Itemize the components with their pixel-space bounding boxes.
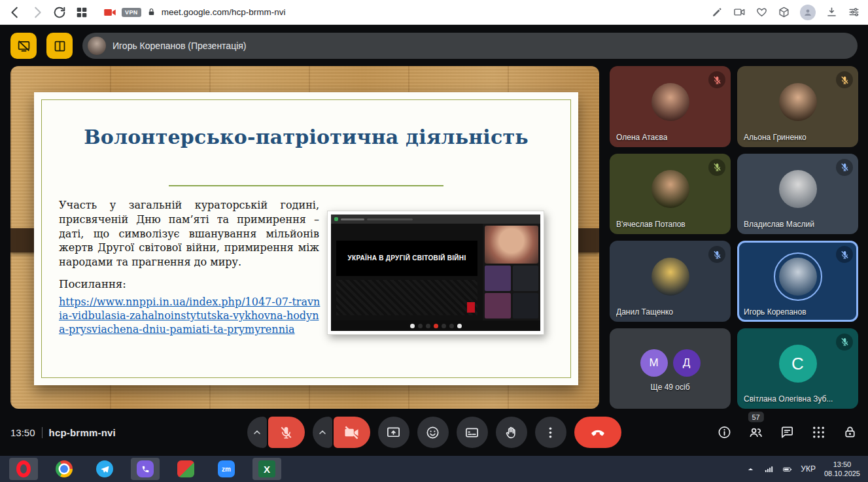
easy-setup-icon[interactable] [848, 6, 860, 18]
mic-off-icon [708, 71, 725, 88]
reload-icon[interactable] [52, 5, 67, 20]
embed-sidebar [483, 224, 540, 320]
browser-nav [8, 5, 89, 20]
end-call-button[interactable] [574, 417, 621, 448]
taskbar-zoom-icon[interactable]: zm [212, 458, 241, 480]
raise-hand-button[interactable] [496, 417, 527, 448]
embed-control-dot [418, 324, 423, 328]
slide-link-label: Посилання: [59, 278, 126, 290]
url-text[interactable]: meet.google.com/hcp-brmm-nvi [162, 7, 286, 17]
camera-off-button[interactable] [334, 417, 370, 448]
slide-body-text: Участь у загальній кураторській годині, … [59, 198, 319, 269]
mic-control [247, 417, 305, 448]
presentation-stage[interactable]: Волонтерсько-патріотична діяльність Учас… [10, 66, 599, 409]
participants-grid: Олена Атаєва Альона Гриненко В'ячеслав П… [610, 66, 858, 409]
back-icon[interactable] [8, 5, 22, 20]
tray-expand-icon[interactable] [746, 464, 755, 474]
participant-tile-active-speaker[interactable]: Игорь Корепанов [737, 241, 858, 322]
participant-tile[interactable]: Олена Атаєва [610, 66, 731, 147]
meet-control-bar: 13:50 hcp-brmm-nvi [0, 409, 868, 456]
taskbar: zm X УКР 13:50 08.10.2025 [0, 456, 868, 482]
language-indicator[interactable]: УКР [801, 464, 816, 473]
viber-phone-icon [141, 464, 150, 474]
participant-tile[interactable]: С Світлана Олегівна Зуб... [737, 328, 858, 409]
excel-logo: X [258, 460, 275, 477]
participant-tile[interactable]: В'ячеслав Потапов [610, 154, 731, 235]
avatar [651, 258, 689, 296]
app-logo [177, 460, 194, 477]
participant-overflow-tile[interactable]: М Д Ще 49 осіб [610, 328, 731, 409]
embed-tab-dot [334, 217, 338, 221]
participant-name: Владислав Маслий [744, 220, 814, 229]
camera-off-warning-button[interactable] [10, 33, 37, 59]
profile-avatar[interactable] [800, 5, 816, 20]
camera-in-use-icon[interactable] [103, 6, 116, 19]
clock-date: 08.10.2025 [824, 469, 860, 478]
letter-avatar: С [779, 345, 817, 383]
participant-tile[interactable]: Владислав Маслий [737, 154, 858, 235]
browser-actions [711, 5, 860, 20]
bookmarks-heart-icon[interactable] [755, 6, 768, 18]
taskbar-opera-icon[interactable] [9, 458, 38, 480]
embed-mini-tile [513, 266, 539, 291]
camera-options-button[interactable] [313, 417, 332, 448]
meet-body: Волонтерсько-патріотична діяльність Учас… [0, 66, 868, 409]
meeting-details-icon[interactable] [717, 425, 732, 440]
present-screen-button[interactable] [378, 417, 409, 448]
taskbar-viber-icon[interactable] [131, 458, 160, 480]
presentation-panel-button[interactable] [46, 33, 73, 59]
network-signal-icon[interactable] [764, 464, 774, 474]
screen: VPN meet.google.com/hcp-brmm-nvi Игорь К… [0, 0, 868, 482]
battery-icon[interactable] [782, 464, 792, 474]
participant-name: Игорь Корепанов [744, 307, 807, 317]
edit-icon[interactable] [711, 6, 723, 18]
embed-logo [467, 302, 475, 313]
tab-grid-icon[interactable] [75, 5, 89, 20]
chrome-logo [56, 460, 73, 477]
chat-panel-icon[interactable] [780, 425, 795, 440]
reactions-button[interactable] [417, 417, 449, 448]
participant-tile[interactable]: Данил Тащенко [610, 241, 731, 322]
meet-app: Игорь Корепанов (Презентація) Волонтерсь… [0, 26, 868, 456]
embed-speaker-video [485, 226, 538, 264]
opera-logo [16, 460, 31, 477]
people-panel-button[interactable]: 57 [748, 425, 763, 440]
slide-embedded-screenshot: УКРАЇНА В ДРУГІЙ СВІТОВІЙ ВІЙНІ [327, 211, 544, 335]
embed-control-bar [331, 320, 540, 331]
host-controls-lock-icon[interactable] [842, 425, 858, 440]
avatar [651, 83, 689, 121]
browser-toolbar: VPN meet.google.com/hcp-brmm-nvi [0, 0, 868, 25]
slide-title: Волонтерсько-патріотична діяльність [34, 126, 578, 149]
taskbar-app-icon[interactable] [171, 458, 200, 480]
vpn-badge[interactable]: VPN [122, 8, 141, 17]
slide-link[interactable]: https://www.nnppi.in.ua/index.php/1047-0… [59, 295, 323, 336]
mic-options-button[interactable] [247, 417, 267, 448]
taskbar-excel-icon[interactable]: X [252, 458, 281, 480]
snapshot-camera-icon[interactable] [733, 6, 746, 18]
extensions-cube-icon[interactable] [778, 6, 790, 18]
taskbar-chrome-icon[interactable] [50, 458, 78, 480]
divider [42, 427, 43, 438]
site-security-lock-icon[interactable] [147, 7, 156, 17]
more-options-button[interactable] [535, 417, 566, 448]
avatar [779, 83, 817, 121]
slide-paper: Волонтерсько-патріотична діяльність Учас… [34, 92, 578, 385]
embed-url-text [367, 218, 413, 220]
participant-name: В'ячеслав Потапов [616, 220, 686, 229]
embed-control-dot [442, 324, 446, 328]
forward-icon[interactable] [30, 5, 44, 20]
taskbar-telegram-icon[interactable] [90, 458, 119, 480]
downloads-icon[interactable] [825, 6, 838, 18]
address-bar[interactable]: VPN meet.google.com/hcp-brmm-nvi [103, 6, 711, 19]
presenter-pill[interactable]: Игорь Корепанов (Презентація) [82, 33, 858, 59]
embed-mini-tile [485, 293, 511, 318]
captions-button[interactable] [457, 417, 488, 448]
embed-mini-tile [513, 293, 539, 318]
embed-stage: УКРАЇНА В ДРУГІЙ СВІТОВІЙ ВІЙНІ [331, 224, 483, 320]
clock[interactable]: 13:50 08.10.2025 [824, 460, 860, 479]
mic-muted-button[interactable] [268, 417, 305, 448]
meeting-panels: 57 [717, 425, 858, 440]
activities-apps-icon[interactable] [811, 425, 826, 440]
avatar [779, 258, 817, 296]
participant-tile[interactable]: Альона Гриненко [737, 66, 858, 147]
